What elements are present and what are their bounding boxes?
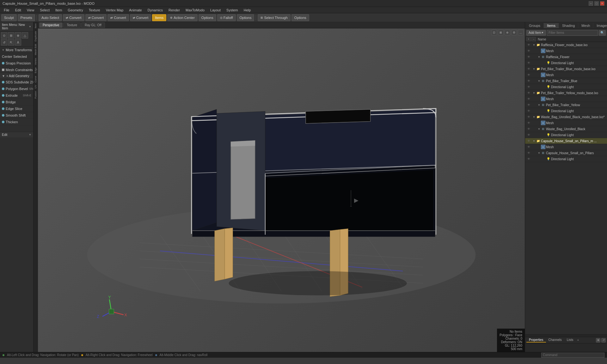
scene-tree-hscroll[interactable] [525,334,607,337]
options2-button[interactable]: Options [237,14,254,21]
tree-item-9[interactable]: 👁MMesh [525,96,607,102]
tree-arrow-2[interactable]: ▼ [537,55,541,59]
tree-item-eye-11[interactable]: 👁 [526,109,531,113]
tree-item-16[interactable]: 👁▼📁Capsule_House_Small_on_Pillars_m ... [525,138,607,144]
rb-detach-button[interactable]: ↗ [601,338,606,343]
tree-item-eye-13[interactable]: 👁 [526,121,531,125]
add-geometry-header[interactable]: ▼ + Add Geometry [0,73,33,79]
tree-arrow-14[interactable]: ▼ [537,127,541,131]
vtab-vertex[interactable]: Vertex [34,57,37,66]
tree-item-eye-7[interactable]: 👁 [526,85,531,89]
tree-item-eye-1[interactable]: 👁 [526,49,531,53]
vp-frame-button[interactable]: ⊠ [498,30,504,35]
vp-tab-raygl[interactable]: Ray GL: Off [81,22,105,28]
menu-item-dynamics[interactable]: Dynamics [145,8,165,13]
tree-item-19[interactable]: 👁💡Directional Light [525,156,607,162]
vtab-duplicate[interactable]: Duplicate [34,30,37,43]
rb-expand-button[interactable]: ⊞ [596,338,600,343]
tree-header-minus[interactable]: − [531,37,536,41]
rb-tab-channels[interactable]: Channels [546,338,564,343]
more-transforms-btn[interactable]: ▼ More Transforms [0,47,33,53]
transform-btn-6[interactable]: ⇱ [8,39,14,46]
tree-item-13[interactable]: 👁MMesh [525,120,607,126]
convert1-button[interactable]: ⇄ Convert [63,14,84,21]
vp-tab-perspective[interactable]: Perspective [39,22,63,28]
vtab-mesh-edit[interactable]: Mesh Edit [34,43,37,57]
filter-items-input[interactable] [547,30,598,36]
polygon-bevel-btn[interactable]: Polygon Bevel Shift-B [0,86,33,92]
menu-item-animate[interactable]: Animate [126,8,144,13]
tree-arrow-8[interactable]: ▼ [532,91,536,95]
tree-item-14[interactable]: 👁▼⊞Waste_Bag_Unrolled_Black [525,126,607,132]
tree-item-eye-2[interactable]: 👁 [526,55,531,59]
rp-tab-mesh[interactable]: Mesh [578,23,593,28]
transform-btn-3[interactable]: ⊗ [15,32,21,39]
filter-search-button[interactable]: 🔍 [599,30,606,36]
menu-item-item[interactable]: Item [53,8,64,13]
options1-button[interactable]: Options [199,14,216,21]
tree-item-eye-19[interactable]: 👁 [526,157,531,161]
rb-tab-lists[interactable]: Lists [564,338,576,343]
transform-btn-4[interactable]: △ [22,32,28,39]
items-button[interactable]: Items [152,14,166,21]
rp-tab-images[interactable]: Images [593,23,607,28]
tree-item-2[interactable]: 👁▼⊞Rafflesia_Flower [525,54,607,60]
tree-item-eye-14[interactable]: 👁 [526,127,531,131]
tree-item-10[interactable]: 👁▼⊞Pet_Bike_Trailer_Yellow [525,102,607,108]
transform-btn-2[interactable]: ⊞ [8,32,14,39]
vtab-curve[interactable]: Curve [34,75,37,84]
transform-btn-1[interactable]: ⊙ [1,32,7,39]
tree-item-eye-18[interactable]: 👁 [526,151,531,155]
close-button[interactable]: ✕ [600,1,604,6]
tree-item-eye-16[interactable]: 👁 [526,139,531,143]
tree-item-18[interactable]: 👁▼⊞Capsule_House_Small_on_Pillars [525,150,607,156]
rb-add-tab[interactable]: + [576,338,580,343]
tree-arrow-16[interactable]: ▼ [532,139,536,143]
rb-tab-properties[interactable]: Properties [526,338,546,343]
tree-item-4[interactable]: 👁▼📁Pet_Bike_Trailer_Blue_modo_base.lxo [525,66,607,72]
menu-item-select[interactable]: Select [37,8,52,13]
tree-item-6[interactable]: 👁▼⊞Pet_Bike_Trailer_Blue [525,78,607,84]
vp-zoom-button[interactable]: ⊕ [505,30,510,35]
bridge-btn[interactable]: Bridge [0,99,33,106]
presets-button[interactable]: Presets [18,14,35,21]
tree-item-15[interactable]: 👁💡Directional Light [525,132,607,138]
tree-item-eye-0[interactable]: 👁 [526,43,531,47]
tree-item-eye-8[interactable]: 👁 [526,91,531,95]
menu-item-geometry[interactable]: Geometry [65,8,85,13]
sds-subdivide-btn[interactable]: SDS Subdivide 2X [0,79,33,86]
menu-item-system[interactable]: System [224,8,241,13]
tree-item-eye-12[interactable]: 👁 [526,115,531,119]
item-menu-dropdown[interactable]: Item Menu: New Item ▼ [0,22,33,31]
tree-arrow-12[interactable]: ▼ [532,115,536,119]
snaps-precision-btn[interactable]: Snaps Precision [0,60,33,67]
tree-item-eye-3[interactable]: 👁 [526,61,531,65]
maximize-button[interactable]: □ [594,1,599,6]
tree-item-eye-9[interactable]: 👁 [526,97,531,101]
tree-header-add[interactable]: + [526,37,531,41]
vp-tab-texture[interactable]: Texture [63,22,81,28]
tree-item-eye-6[interactable]: 👁 [526,79,531,83]
vp-fit-button[interactable]: ⊡ [491,30,497,35]
select-through-button[interactable]: ⊞ Select Through [258,14,290,21]
edit-mode-btn[interactable]: Edit ▼ [0,132,33,137]
extrude-btn[interactable]: Extrude Shift-E [0,92,33,99]
vp-more-button[interactable]: … [518,30,524,35]
add-item-button[interactable]: Add Item [526,30,546,36]
falloff-button[interactable]: ◎ Falloff [217,14,236,21]
tree-item-8[interactable]: 👁▼📁Pet_Bike_Trailer_Yellow_modo_base.lxo [525,90,607,96]
tree-arrow-0[interactable]: ▼ [532,43,536,47]
minimize-button[interactable]: − [589,1,593,6]
edge-slice-btn[interactable]: Edge Slice [0,106,33,112]
vtab-uv[interactable]: UV [34,84,37,90]
tree-item-eye-4[interactable]: 👁 [526,67,531,71]
tree-item-eye-10[interactable]: 👁 [526,103,531,107]
vtab-fusion[interactable]: Fusion [34,90,37,100]
convert2-button[interactable]: ⇄ Convert [85,14,107,21]
sculpt-button[interactable]: Sculpt [1,14,17,21]
convert3-button[interactable]: ⇄ Convert [107,14,129,21]
command-input[interactable] [541,353,604,358]
auto-select-button[interactable]: Auto Select [39,14,62,21]
vp-settings-button[interactable]: ⚙ [511,30,517,35]
rp-tab-groups[interactable]: Groups [526,23,544,28]
